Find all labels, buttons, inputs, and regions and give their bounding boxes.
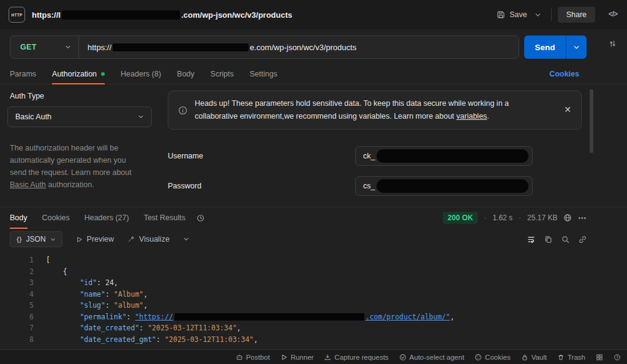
auth-type-column: Auth Type Basic Auth The authorization h… <box>7 92 152 191</box>
tab-label: Body <box>177 70 195 78</box>
response-tab-cookies[interactable]: Cookies <box>42 207 70 228</box>
request-title-url-prefix: https://l <box>32 10 61 20</box>
response-tab-test-results[interactable]: Test Results <box>144 207 186 228</box>
auth-description-text: The authorization header will be automat… <box>10 144 132 177</box>
banner-text: Heads up! These parameters hold sensitiv… <box>195 97 553 123</box>
password-value-prefix: cs_ <box>363 182 375 190</box>
code-line: 1[ <box>0 254 627 266</box>
method-dropdown[interactable]: GET <box>10 36 79 58</box>
response-tab-body[interactable]: Body <box>10 207 28 228</box>
copy-icon[interactable] <box>544 236 552 243</box>
response-tab-headers-27[interactable]: Headers (27) <box>84 207 129 228</box>
request-tab-authorization[interactable]: Authorization <box>52 64 105 84</box>
statusbar-item-label: Cookies <box>485 354 511 361</box>
preview-button[interactable]: Preview <box>76 235 114 243</box>
statusbar-item-cookies[interactable]: Cookies <box>475 354 511 361</box>
request-tab-scripts[interactable]: Scripts <box>211 64 234 84</box>
visualize-label: Visualize <box>139 235 170 243</box>
modified-dot-icon <box>101 72 105 76</box>
request-tab-body[interactable]: Body <box>177 64 195 84</box>
network-icon[interactable] <box>563 214 572 222</box>
send-button[interactable]: Send <box>524 35 566 59</box>
close-icon[interactable]: ✕ <box>564 105 571 114</box>
topbar-actions: Save Share <box>493 0 595 29</box>
info-icon <box>178 106 187 115</box>
statusbar-item-trash[interactable]: Trash <box>557 354 585 361</box>
meta-separator: · <box>519 214 521 222</box>
agent-icon <box>399 354 407 361</box>
visualize-button[interactable]: Visualize <box>127 235 170 243</box>
line-number: 8 <box>0 334 34 346</box>
statusbar-item-capture-requests[interactable]: Capture requests <box>324 354 388 361</box>
request-title-url: https://l .com/wp-json/wc/v3/products <box>32 0 292 29</box>
url-input[interactable]: https:// e.com/wp-json/wc/v3/products <box>79 36 519 58</box>
request-tabs: ParamsAuthorizationHeaders (8)BodyScript… <box>10 64 277 84</box>
save-options-chevron-button[interactable] <box>531 8 545 22</box>
trash-icon <box>557 354 565 361</box>
share-button[interactable]: Share <box>558 7 595 23</box>
cookies-icon <box>475 354 482 361</box>
code-line: 7 "date_created": "2025-03-12T11:03:34", <box>0 322 627 334</box>
tab-label: Cookies <box>42 214 70 222</box>
meta-separator: · <box>484 214 486 222</box>
username-field[interactable]: ck_ <box>355 146 533 166</box>
more-options-icon[interactable]: ••• <box>578 215 587 221</box>
code-text: "permalink": "https://.com/product/album… <box>34 311 454 323</box>
statusbar-item-auto-select-agent[interactable]: Auto-select agent <box>399 354 465 361</box>
tab-label: Authorization <box>52 70 97 78</box>
response-size[interactable]: 25.17 KB <box>527 214 557 222</box>
cookies-link[interactable]: Cookies <box>549 70 579 78</box>
response-panel: BodyCookiesHeaders (27)Test Results 200 … <box>0 207 627 349</box>
link-icon[interactable] <box>579 236 587 243</box>
basic-auth-link[interactable]: Basic Auth <box>10 180 46 189</box>
response-tabs: BodyCookiesHeaders (27)Test Results <box>10 207 186 228</box>
redacted-code-segment <box>175 313 364 321</box>
response-format-dropdown[interactable]: {} JSON <box>10 231 62 247</box>
code-lines: 1[2 {3 "id": 24,4 "name": "Album",5 "slu… <box>0 254 627 345</box>
redacted-domain <box>62 10 180 20</box>
code-line: 6 "permalink": "https://.com/product/alb… <box>0 311 627 323</box>
statusbar-item-runner[interactable]: Runner <box>280 354 314 361</box>
response-time[interactable]: 1.62 s <box>492 214 512 222</box>
password-field[interactable]: cs_ <box>355 176 533 196</box>
statusbar-item-label: Runner <box>291 354 314 361</box>
help-icon[interactable] <box>614 354 621 361</box>
scrollbar-thumb[interactable] <box>590 89 593 153</box>
search-icon[interactable] <box>561 236 569 243</box>
save-icon <box>497 10 505 19</box>
statusbar-item-label: Capture requests <box>334 354 388 361</box>
capture-icon <box>324 354 331 361</box>
collapse-panes-icon[interactable] <box>609 40 617 48</box>
username-label: Username <box>168 152 203 160</box>
request-tabs-row: ParamsAuthorizationHeaders (8)BodyScript… <box>0 64 627 84</box>
variables-link[interactable]: variables <box>456 112 487 121</box>
request-tab-params[interactable]: Params <box>10 64 36 84</box>
wrap-text-icon[interactable] <box>527 236 535 243</box>
topbar-divider <box>551 9 552 21</box>
response-tabs-row: BodyCookiesHeaders (27)Test Results 200 … <box>0 207 627 228</box>
grid-icon[interactable] <box>596 354 603 361</box>
visualize-chevron-icon[interactable] <box>183 236 189 242</box>
statusbar-item-vault[interactable]: Vault <box>521 354 547 361</box>
save-button[interactable]: Save <box>493 7 531 23</box>
code-line: 8 "date_created_gmt": "2025-03-12T11:03:… <box>0 334 627 346</box>
code-snippet-icon[interactable]: </> <box>609 10 617 18</box>
request-title-url-suffix: .com/wp-json/wc/v3/products <box>181 10 292 20</box>
code-text: "date_created_gmt": "2025-03-12T11:03:34… <box>34 334 258 346</box>
send-options-chevron-button[interactable] <box>566 35 587 59</box>
response-body-viewer[interactable]: 1[2 {3 "id": 24,4 "name": "Album",5 "slu… <box>0 250 627 349</box>
request-tab-settings[interactable]: Settings <box>250 64 277 84</box>
redacted-url-domain <box>113 43 249 51</box>
response-meta: 200 OK · 1.62 s · 25.17 KB ••• <box>443 207 587 228</box>
runner-icon <box>280 354 288 361</box>
auth-type-dropdown[interactable]: Basic Auth <box>7 106 152 127</box>
code-line: 4 "name": "Album", <box>0 289 627 300</box>
statusbar-item-postbot[interactable]: Postbot <box>236 354 270 361</box>
tab-label: Params <box>10 70 36 78</box>
line-number: 7 <box>0 322 34 334</box>
request-tab-headers-8[interactable]: Headers (8) <box>121 64 161 84</box>
auth-type-value: Basic Auth <box>15 113 51 121</box>
response-history-icon[interactable] <box>197 214 205 222</box>
status-badge[interactable]: 200 OK <box>443 212 478 224</box>
auth-description: The authorization header will be automat… <box>10 142 145 191</box>
